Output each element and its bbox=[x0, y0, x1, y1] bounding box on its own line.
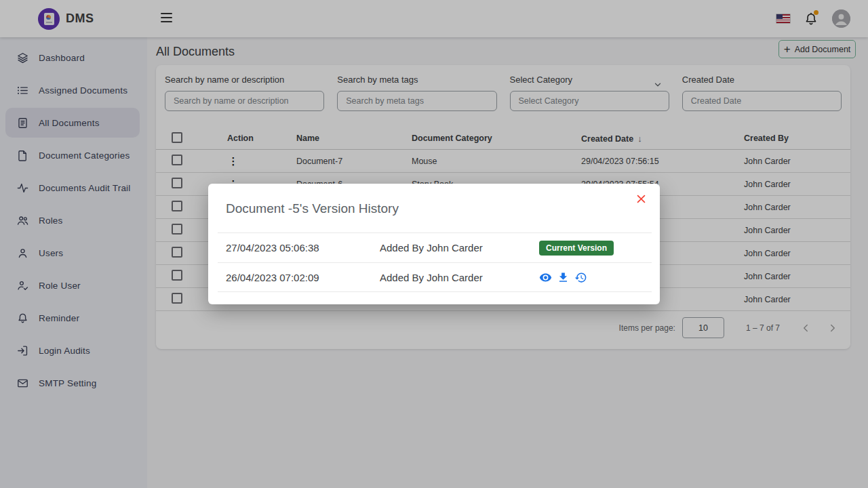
view-icon[interactable] bbox=[539, 271, 552, 284]
version-datetime: 27/04/2023 05:06:38 bbox=[226, 242, 380, 253]
close-icon[interactable] bbox=[634, 192, 648, 205]
version-table: 27/04/2023 05:06:38 Added By John Carder… bbox=[218, 232, 652, 292]
version-datetime: 26/04/2023 07:02:09 bbox=[226, 272, 380, 283]
version-row: 26/04/2023 07:02:09 Added By John Carder bbox=[218, 262, 652, 292]
download-icon[interactable] bbox=[557, 271, 570, 284]
version-added-by: Added By John Carder bbox=[380, 242, 539, 253]
current-version-badge: Current Version bbox=[539, 241, 614, 256]
version-history-modal: Document -5's Version History 27/04/2023… bbox=[208, 184, 660, 304]
app-root: DMS DashboardAssigned Documents bbox=[0, 0, 868, 488]
modal-title: Document -5's Version History bbox=[226, 201, 399, 216]
restore-icon[interactable] bbox=[574, 271, 587, 284]
version-row: 27/04/2023 05:06:38 Added By John Carder… bbox=[218, 232, 652, 262]
version-actions bbox=[539, 271, 652, 284]
version-added-by: Added By John Carder bbox=[380, 272, 539, 283]
